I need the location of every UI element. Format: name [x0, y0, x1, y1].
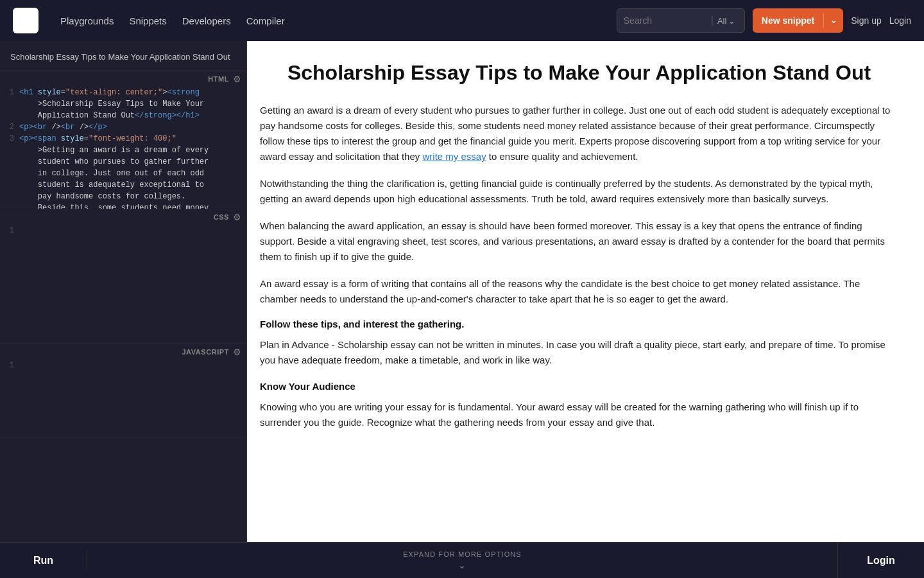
login-link[interactable]: Login	[889, 15, 911, 26]
preview-plan-para: Plan in Advance - Scholarship essay can …	[260, 337, 898, 368]
js-panel: JAVASCRIPT ⚙ 1	[0, 344, 246, 437]
search-filter[interactable]: All ⌄	[717, 16, 735, 26]
main-container: Scholarship Essay Tips to Make Your Appl…	[0, 41, 924, 542]
css-lang-label: CSS	[214, 213, 229, 221]
js-gear-icon[interactable]: ⚙	[233, 347, 241, 357]
preview-pane: Scholarship Essay Tips to Make Your Appl…	[247, 41, 924, 542]
write-my-essay-link[interactable]: write my essay	[422, 151, 486, 162]
js-lang-label: JAVASCRIPT	[182, 348, 229, 356]
expand-label: EXPAND FOR MORE OPTIONS	[403, 550, 522, 558]
code-line: 1	[0, 225, 246, 236]
code-line: 3 <p><span style="font-weight: 400;" >Ge…	[0, 133, 246, 209]
code-line: 1	[0, 360, 246, 371]
nav-developers[interactable]: Developers	[182, 15, 231, 26]
html-gear-icon[interactable]: ⚙	[233, 74, 241, 84]
code-line: 2 <p><br /><br /></p>	[0, 121, 246, 133]
run-button[interactable]: Run	[0, 543, 87, 578]
css-code-content: 1	[0, 225, 246, 241]
logo[interactable]	[13, 8, 38, 33]
sidebar-title: Scholarship Essay Tips to Make Your Appl…	[0, 41, 246, 71]
preview-title: Scholarship Essay Tips to Make Your Appl…	[260, 60, 898, 85]
preview-para-3: When balancing the award application, an…	[260, 218, 898, 265]
search-divider: |	[711, 15, 714, 26]
preview-para-4: An award essay is a form of writing that…	[260, 276, 898, 307]
html-code-content: 1 <h1 style="text-align: center;"><stron…	[0, 87, 246, 209]
new-snippet-button[interactable]: New snippet ⌄	[753, 8, 843, 33]
new-snippet-arrow-icon[interactable]: ⌄	[824, 8, 843, 33]
header: Playgrounds Snippets Developers Compiler…	[0, 0, 924, 41]
chevron-down-icon: ⌄	[458, 560, 466, 570]
search-input[interactable]	[624, 15, 707, 26]
nav-playgrounds[interactable]: Playgrounds	[60, 15, 114, 26]
preview-para-1: Getting an award is a dream of every stu…	[260, 103, 898, 164]
nav-compiler[interactable]: Compiler	[246, 15, 285, 26]
css-panel-header: CSS ⚙	[0, 209, 246, 225]
main-nav: Playgrounds Snippets Developers Compiler	[60, 15, 285, 26]
html-lang-label: HTML	[208, 75, 229, 83]
bottom-bar: Run EXPAND FOR MORE OPTIONS ⌄ Login	[0, 542, 924, 578]
js-code-content: 1	[0, 360, 246, 376]
search-bar[interactable]: | All ⌄	[617, 8, 745, 33]
logo-icon	[13, 8, 38, 33]
new-snippet-label: New snippet	[753, 8, 823, 33]
expand-options[interactable]: EXPAND FOR MORE OPTIONS ⌄	[87, 550, 837, 570]
css-gear-icon[interactable]: ⚙	[233, 212, 241, 222]
chevron-down-icon: ⌄	[728, 16, 735, 26]
preview-para-2: Notwithstanding the thing the clarificat…	[260, 176, 898, 207]
nav-snippets[interactable]: Snippets	[129, 15, 166, 26]
html-panel-header: HTML ⚙	[0, 71, 246, 87]
preview-subheading: Know Your Audience	[260, 381, 898, 392]
css-panel: CSS ⚙ 1	[0, 209, 246, 344]
preview-bold-heading: Follow these tips, and interest the gath…	[260, 319, 898, 329]
header-right: | All ⌄ New snippet ⌄ Sign up Login	[617, 8, 911, 33]
bottom-login-button[interactable]: Login	[837, 543, 924, 578]
signup-link[interactable]: Sign up	[851, 15, 881, 26]
code-line: 1 <h1 style="text-align: center;"><stron…	[0, 87, 246, 121]
js-panel-header: JAVASCRIPT ⚙	[0, 344, 246, 360]
preview-audience-para: Knowing who you are writing your essay f…	[260, 399, 898, 430]
html-panel: HTML ⚙ 1 <h1 style="text-align: center;"…	[0, 71, 246, 209]
sidebar: Scholarship Essay Tips to Make Your Appl…	[0, 41, 247, 542]
